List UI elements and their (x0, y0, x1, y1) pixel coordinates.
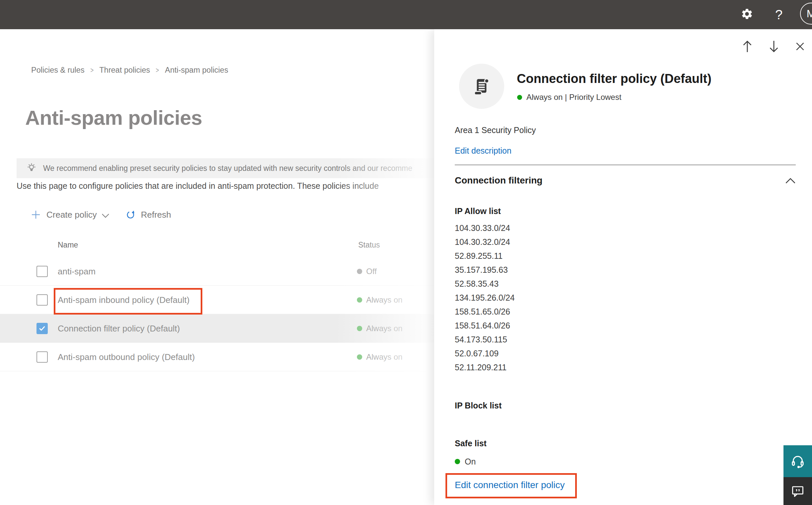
status-text: Always on (366, 352, 402, 362)
status-dot (357, 326, 362, 331)
status-dot (357, 297, 362, 303)
page-title: Anti-spam policies (25, 106, 202, 129)
row-checkbox[interactable] (36, 351, 48, 363)
breadcrumb-policies-and-rules[interactable]: Policies & rules (31, 66, 84, 75)
status-dot (357, 269, 362, 274)
table-row-connection-filter[interactable]: Connection filter policy (Default) Alway… (0, 314, 434, 343)
refresh-label: Refresh (141, 210, 171, 220)
safe-list-status-text: On (465, 457, 476, 467)
screen: ? M Policies & rules > Threat policies >… (0, 0, 812, 505)
create-policy-button[interactable]: Create policy (30, 209, 110, 220)
chevron-up-icon (785, 178, 796, 184)
safe-list-label: Safe list (455, 439, 486, 448)
policy-name: anti-spam (58, 267, 95, 277)
ip-allow-list-label: IP Allow list (455, 206, 501, 216)
banner-text: We recommend enabling preset security po… (43, 164, 412, 173)
toolbar: Create policy Refresh (30, 206, 171, 223)
table-row-anti-spam-outbound[interactable]: Anti-spam outbound policy (Default) Alwa… (0, 343, 434, 371)
row-checkbox[interactable] (36, 266, 48, 277)
breadcrumb: Policies & rules > Threat policies > Ant… (31, 66, 228, 75)
close-icon (795, 41, 805, 52)
section-title: Connection filtering (455, 175, 542, 186)
ip-entry: 52.89.255.11 (455, 249, 515, 263)
close-button[interactable] (791, 38, 809, 54)
breadcrumb-separator: > (156, 66, 159, 75)
lightbulb-icon (26, 163, 37, 174)
divider (455, 165, 796, 165)
breadcrumb-separator: > (90, 66, 93, 75)
status-dot (357, 354, 362, 360)
ip-entry: 104.30.32.0/24 (455, 235, 515, 249)
create-policy-label: Create policy (46, 210, 97, 220)
flyout-status-text: Always on | Priority Lowest (527, 93, 621, 102)
table-header: Name Status (0, 232, 434, 257)
ip-entry: 104.30.33.0/24 (455, 221, 515, 235)
breadcrumb-threat-policies[interactable]: Threat policies (99, 66, 150, 75)
settings-button[interactable] (738, 0, 756, 29)
account-avatar[interactable]: M (800, 3, 812, 25)
edit-description-link[interactable]: Edit description (455, 146, 512, 156)
table-row-anti-spam[interactable]: anti-spam Off (0, 257, 434, 286)
policy-name: Anti-spam inbound policy (Default) (58, 295, 189, 305)
arrow-down-icon (768, 40, 780, 53)
ip-entry: 52.0.67.109 (455, 346, 515, 360)
column-header-name[interactable]: Name (58, 240, 78, 249)
recommendation-banner: We recommend enabling preset security po… (17, 158, 434, 178)
ip-allow-list: 104.30.33.0/24 104.30.32.0/24 52.89.255.… (455, 221, 515, 374)
status-dot (517, 95, 522, 100)
table-row-anti-spam-inbound[interactable]: Anti-spam inbound policy (Default) Alway… (0, 286, 434, 314)
main-content: Policies & rules > Threat policies > Ant… (0, 29, 434, 505)
arrow-up-icon (742, 40, 753, 53)
status-text: Off (366, 267, 377, 276)
ip-entry: 158.51.65.0/26 (455, 305, 515, 319)
feedback-chat-icon (791, 484, 805, 498)
plus-icon (30, 209, 41, 220)
safe-list-status: On (455, 457, 476, 467)
chevron-down-icon (102, 213, 110, 218)
row-checkbox-checked[interactable] (36, 323, 48, 334)
help-button[interactable]: ? (770, 0, 788, 29)
breadcrumb-anti-spam-policies[interactable]: Anti-spam policies (165, 66, 228, 75)
ip-entry: 134.195.26.0/24 (455, 291, 515, 305)
edit-connection-filter-policy-link[interactable]: Edit connection filter policy (455, 480, 565, 490)
support-button[interactable] (784, 445, 812, 477)
ip-entry: 54.173.50.115 (455, 332, 515, 346)
ip-entry: 52.58.35.43 (455, 277, 515, 291)
policy-name: Connection filter policy (Default) (58, 324, 180, 334)
status-dot (455, 459, 460, 464)
flyout-status: Always on | Priority Lowest (517, 92, 621, 103)
flyout-title: Connection filter policy (Default) (517, 72, 712, 86)
policy-type-avatar (459, 64, 504, 109)
status-text: Always on (366, 295, 402, 305)
page-description: Use this page to configure policies that… (17, 181, 379, 191)
section-connection-filtering[interactable]: Connection filtering (434, 173, 812, 190)
ip-entry: 158.51.64.0/26 (455, 319, 515, 332)
avatar-initial: M (807, 8, 812, 20)
column-header-status[interactable]: Status (358, 240, 380, 249)
gear-icon (741, 8, 753, 22)
top-app-bar: ? M (0, 0, 812, 29)
ip-entry: 35.157.195.63 (455, 263, 515, 277)
policy-description: Area 1 Security Policy (455, 126, 536, 135)
feedback-button[interactable] (784, 477, 812, 505)
status-text: Always on (366, 324, 402, 333)
headset-icon (790, 454, 805, 469)
refresh-button[interactable]: Refresh (126, 210, 171, 220)
row-checkbox[interactable] (36, 294, 48, 306)
help-icon: ? (775, 7, 783, 22)
refresh-icon (126, 210, 136, 220)
next-item-button[interactable] (765, 38, 783, 54)
check-icon (39, 326, 45, 331)
policy-name: Anti-spam outbound policy (Default) (58, 352, 195, 362)
ip-block-list-label: IP Block list (455, 401, 501, 410)
previous-item-button[interactable] (738, 38, 756, 54)
ip-entry: 52.11.209.211 (455, 360, 515, 374)
scroll-icon (471, 75, 492, 97)
policy-details-flyout: Connection filter policy (Default) Alway… (434, 29, 812, 505)
